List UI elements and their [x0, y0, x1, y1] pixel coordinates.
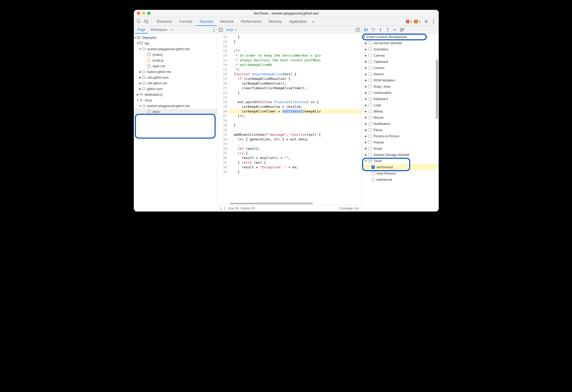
code-line-32[interactable]: let { generation, str } = evt.data; [230, 137, 361, 142]
inspect-element-icon[interactable] [135, 18, 143, 25]
checkbox[interactable] [369, 147, 372, 150]
code-line-29[interactable]: } [230, 123, 361, 128]
navigator-more-button[interactable]: » [170, 26, 174, 34]
tree-worker-sw[interactable]: ▼sw.js [134, 97, 217, 103]
breakpoint-category-canvas[interactable]: ▶Canvas [362, 52, 439, 58]
navigator-tab-workspace[interactable]: Workspace [148, 26, 170, 34]
checkbox[interactable] [369, 103, 372, 107]
toggle-debugger-icon[interactable] [356, 28, 360, 32]
tree-origin-main[interactable]: ▼worker-playground.glitch.me [134, 46, 217, 52]
tab-application[interactable]: Application [285, 17, 311, 26]
tree-origin-cdn-glitch-com[interactable]: ▶cdn.glitch.com [134, 74, 217, 80]
checkbox[interactable] [369, 128, 372, 132]
code-line-36[interactable]: result = eval(str) + ""; [230, 156, 361, 160]
settings-icon[interactable] [423, 18, 430, 25]
breakpoint-category-animation[interactable]: ▶Animation [362, 46, 439, 52]
error-counter[interactable]: ✕1 [406, 20, 412, 23]
checkbox[interactable] [369, 72, 372, 76]
breakpoint-category-script[interactable]: ▶Script [362, 145, 439, 152]
checkbox[interactable] [369, 91, 372, 94]
tree-origin-cdn-glitch-me[interactable]: ▶cdn.glitch.me [134, 80, 217, 86]
checkbox[interactable] [369, 41, 372, 45]
breakpoint-category-media[interactable]: ▶Media [362, 108, 439, 114]
tab-elements[interactable]: Elements [153, 17, 175, 26]
step-into-icon[interactable] [378, 27, 383, 33]
checkbox[interactable] [369, 141, 372, 144]
breakpoint-item-cleartimeout[interactable]: clearTimeout [362, 170, 439, 176]
breakpoint-category-ad-auction-worklet[interactable]: ▶Ad Auction Worklet [362, 40, 439, 46]
code-line-22[interactable]: } [230, 91, 361, 95]
tree-file-script-js[interactable]: script.js [134, 57, 217, 63]
checkbox[interactable] [369, 97, 372, 101]
breakpoint-category-device[interactable]: ▶Device [362, 71, 439, 77]
navigator-tab-page[interactable]: Page [135, 26, 148, 34]
code-line-19[interactable]: if (curKeepAliveResolve) { [230, 77, 361, 81]
tree-file--index-[interactable]: (index) [134, 52, 217, 57]
code-line-30[interactable] [230, 128, 361, 132]
breakpoint-category-geolocation[interactable]: ▶Geolocation [362, 89, 439, 96]
code-line-20[interactable]: curKeepAliveResolve(); [230, 81, 361, 86]
code-line-25[interactable]: curKeepAliveResolve = resolve; [230, 104, 361, 109]
checkbox[interactable] [369, 85, 372, 88]
checkbox[interactable] [369, 48, 372, 51]
step-over-icon[interactable] [370, 27, 376, 33]
device-toolbar-icon[interactable] [143, 18, 150, 25]
checkbox[interactable] [369, 54, 372, 57]
checkbox-indeterminate[interactable] [369, 159, 372, 163]
vertical-scrollbar[interactable] [436, 34, 438, 211]
tree-file-style-css[interactable]: style.css [134, 63, 217, 69]
tree-origin-button-glitch-me[interactable]: ▶button.glitch.me [134, 69, 217, 74]
zoom-window-button[interactable] [147, 12, 150, 15]
code-line-34[interactable]: let result; [230, 146, 361, 151]
checkbox[interactable] [369, 153, 372, 156]
checkbox[interactable] [371, 172, 375, 175]
breakpoint-item-setinterval[interactable]: setInterval [362, 176, 439, 183]
editor-tab-swjs[interactable]: sw.js ✕ [224, 27, 239, 33]
code-line-11[interactable]: } [230, 39, 361, 44]
step-icon[interactable] [392, 27, 398, 33]
tab-memory[interactable]: Memory [265, 17, 286, 26]
breakpoint-category-pointer[interactable]: ▶Pointer [362, 139, 439, 145]
code-line-21[interactable]: clearTimeout(curKeepAliveTimer); [230, 86, 361, 91]
code-line-18[interactable]: function ensureKeepAlive(evt) { [230, 72, 361, 77]
breakpoint-category-picture-in-picture[interactable]: ▶Picture-in-Picture [362, 133, 439, 139]
step-out-icon[interactable] [385, 27, 391, 33]
code-line-12[interactable] [230, 44, 361, 49]
warning-counter[interactable]: !1 [414, 20, 421, 23]
breakpoint-item-settimeout[interactable]: ✓setTimeout [362, 164, 439, 170]
close-window-button[interactable] [137, 12, 140, 15]
code-line-28[interactable] [230, 118, 361, 123]
tree-origin-glitch-com[interactable]: ▶glitch.com [134, 86, 217, 92]
checkbox[interactable] [371, 178, 375, 181]
tab-console[interactable]: Console [175, 17, 196, 26]
code-line-23[interactable] [230, 95, 361, 100]
code-area[interactable]: } } /** * In order to keep the ServiceWo… [230, 34, 361, 205]
code-line-26[interactable]: curKeepAliveTimer = setTimeout(keepAliv [230, 109, 361, 114]
tab-performance[interactable]: Performance [237, 17, 265, 26]
tree-top[interactable]: ▼top [134, 40, 217, 46]
navigator-menu-icon[interactable] [212, 27, 216, 32]
breakpoint-category-drag-drop[interactable]: ▶Drag / drop [362, 83, 439, 89]
pretty-print-icon[interactable]: { } [220, 207, 225, 210]
breakpoint-category-notification[interactable]: ▶Notification [362, 120, 439, 127]
code-line-37[interactable]: } catch (ex) { [230, 160, 361, 165]
breakpoint-category-dom-mutation[interactable]: ▶DOM Mutation [362, 77, 439, 83]
breakpoint-category-control[interactable]: ▶Control [362, 65, 439, 71]
tree-worker-dedicated[interactable]: ▶dedicated.js [134, 92, 217, 97]
code-line-16[interactable]: * extraKeepAliveMs. [230, 63, 361, 67]
checkbox[interactable] [369, 134, 372, 138]
breakpoint-category-timer[interactable]: ▼Timer [362, 158, 439, 164]
code-line-13[interactable]: /** [230, 49, 361, 53]
breakpoint-category-parse[interactable]: ▶Parse [362, 127, 439, 133]
event-listener-breakpoints-header[interactable]: ▼ Event Listener Breakpoints [362, 34, 439, 40]
breakpoint-category-clipboard[interactable]: ▶Clipboard [362, 58, 439, 65]
code-line-14[interactable]: * In order to keep the ServiceWorker's g… [230, 53, 361, 58]
more-tabs-button[interactable]: » [311, 17, 316, 26]
code-line-35[interactable]: try { [230, 151, 361, 156]
horizontal-scrollbar[interactable] [230, 202, 361, 205]
tab-sources[interactable]: Sources [196, 17, 217, 26]
checkbox[interactable] [369, 116, 372, 119]
checkbox[interactable] [369, 122, 372, 125]
breakpoint-category-load[interactable]: ▶Load [362, 102, 439, 108]
code-line-10[interactable]: } [230, 35, 361, 39]
